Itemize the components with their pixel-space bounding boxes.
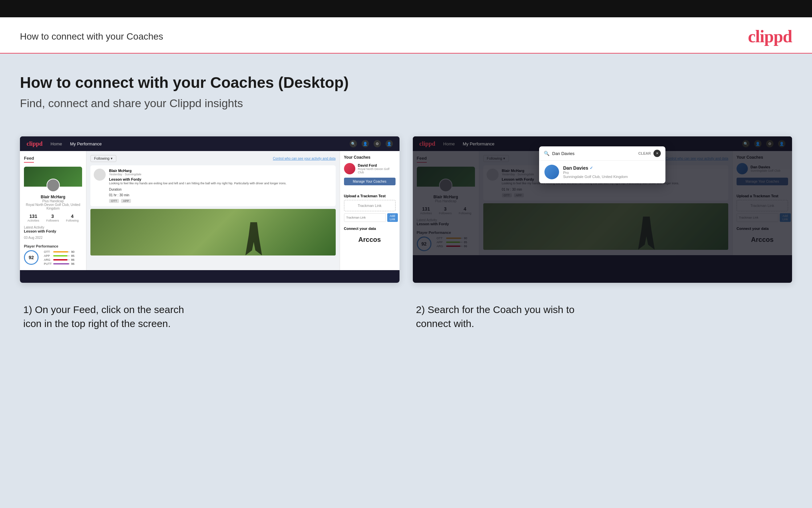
putt-bar: PUTT 96 [44, 262, 75, 265]
profile-location: Royal North Devon Golf Club, United King… [24, 203, 82, 210]
trackman-title: Upload a Trackman Test [344, 194, 395, 198]
coach-item: David Ford Royal North Devon Golf Club [344, 163, 395, 174]
result-avatar [544, 165, 559, 179]
main-title: How to connect with your Coaches (Deskto… [20, 74, 792, 91]
player-perf-title: Player Performance [24, 244, 82, 248]
manage-coaches-button[interactable]: Manage Your Coaches [344, 178, 395, 185]
stat-followers: 3 Followers [46, 214, 59, 222]
avatar [47, 179, 60, 192]
lesson-card: Blair McHarg Yesterday · Sunningdale Les… [90, 165, 336, 206]
activities-label: Activities [27, 219, 39, 222]
trackman-section: Upload a Trackman Test Trackman Link Add… [344, 194, 395, 222]
followers-label: Followers [46, 219, 59, 222]
perf-bars: OTT 90 APP 85 [44, 250, 75, 266]
app-screenshot-1: clippd Home My Performance 🔍 👤 ⚙ 👤 Feed [20, 136, 399, 283]
result-name: Dan Davies ✓ [563, 165, 627, 171]
tag-ott: OTT [109, 199, 119, 203]
caption-text-2: 2) Search for the Coach you wish toconne… [416, 303, 789, 331]
caption-row: 1) On your Feed, click on the searchicon… [20, 303, 792, 331]
duration-label: Duration [109, 187, 122, 191]
caption-1: 1) On your Feed, click on the searchicon… [20, 303, 399, 331]
right-panel-1: Your Coaches David Ford Royal North Devo… [340, 151, 399, 270]
profile-name: Blair McHarg [24, 195, 82, 199]
screenshot-1-card: clippd Home My Performance 🔍 👤 ⚙ 👤 Feed [20, 136, 399, 283]
control-link[interactable]: Control who can see your activity and da… [273, 157, 335, 160]
user-icon[interactable]: 👤 [362, 140, 369, 147]
search-result[interactable]: Dan Davies ✓ Pro Sunningdale Golf Club, … [539, 161, 665, 183]
coach-name-label: David Ford [358, 163, 395, 167]
trackman-input[interactable] [344, 213, 386, 222]
verified-icon: ✓ [590, 166, 593, 170]
nav-my-performance[interactable]: My Performance [70, 141, 102, 146]
lesson-info: Blair McHarg Yesterday · Sunningdale Les… [109, 169, 332, 203]
page-title: How to connect with your Coaches [20, 31, 163, 42]
trackman-input-row: Add Link [344, 213, 395, 222]
center-panel-1: Following ▾ Control who can see your act… [86, 151, 340, 270]
screenshot-2-card: clippd Home My Performance 🔍 👤 ⚙ 👤 🔍 Dan… [413, 136, 793, 283]
feed-tab[interactable]: Feed [24, 156, 34, 163]
lesson-meta: Yesterday · Sunningdale [109, 173, 332, 176]
profile-banner [24, 167, 82, 186]
nav-icons: 🔍 👤 ⚙ 👤 [350, 140, 393, 147]
clear-button[interactable]: CLEAR [638, 152, 651, 155]
tag-app: APP [121, 199, 131, 203]
latest-activity-label: Latest Activity [24, 225, 82, 229]
connect-title: Connect your data [344, 226, 395, 230]
duration-value: 01 hr : 30 min [109, 193, 332, 197]
search-overlay: 🔍 Dan Davies CLEAR × Dan Davies ✓ Pro [539, 146, 665, 183]
result-details: Dan Davies ✓ Pro Sunningdale Golf Club, … [563, 165, 627, 179]
coach-avatar [94, 169, 106, 181]
screenshots-row: clippd Home My Performance 🔍 👤 ⚙ 👤 Feed [20, 136, 792, 283]
result-club: Sunningdale Golf Club, United Kingdom [563, 175, 627, 179]
nav-home[interactable]: Home [51, 141, 62, 146]
activities-count: 131 [27, 214, 39, 219]
settings-icon[interactable]: ⚙ [374, 140, 381, 147]
app-logo: clippd [27, 140, 43, 147]
left-panel-1: Feed Blair McHarg Plus Handicap Royal No… [20, 151, 86, 270]
arg-bar: ARG 86 [44, 258, 75, 261]
main-content: How to connect with your Coaches (Deskto… [0, 53, 812, 508]
following-button[interactable]: Following ▾ [90, 155, 116, 162]
arccos-logo: Arccos [344, 232, 395, 247]
lesson-tags: OTT APP [109, 199, 332, 203]
golf-figure [245, 222, 262, 255]
add-link-button[interactable]: Add Link [387, 213, 398, 222]
stat-following: 4 Following [66, 214, 79, 222]
stat-activities: 131 Activities [27, 214, 39, 222]
app-body-1: Feed Blair McHarg Plus Handicap Royal No… [20, 151, 399, 270]
clippd-logo: clippd [748, 27, 792, 46]
following-label: Following [66, 219, 79, 222]
close-button[interactable]: × [654, 150, 661, 157]
caption-2: 2) Search for the Coach you wish toconne… [413, 303, 793, 331]
lesson-duration: Duration [109, 187, 332, 191]
connect-section: Connect your data Arccos [344, 226, 395, 247]
latest-activity-date: 03 Aug 2022 [24, 236, 82, 240]
avatar-icon[interactable]: 👤 [386, 140, 393, 147]
coach-club-label: Royal North Devon Golf Club [358, 167, 395, 174]
followers-count: 3 [46, 214, 59, 219]
caption-text-1: 1) On your Feed, click on the searchicon… [23, 303, 396, 331]
coach-details: David Ford Royal North Devon Golf Club [358, 163, 395, 174]
latest-activity-title: Lesson with Fordy [24, 229, 82, 233]
ott-bar: OTT 90 [44, 250, 75, 254]
performance-score: 92 [24, 250, 39, 265]
coach-name: Blair McHarg [109, 169, 332, 173]
search-query[interactable]: Dan Davies [552, 151, 635, 156]
app-nav-1: clippd Home My Performance 🔍 👤 ⚙ 👤 [20, 136, 399, 151]
following-count: 4 [66, 214, 79, 219]
trackman-box: Trackman Link [344, 200, 395, 211]
profile-handicap: Plus Handicap [24, 199, 82, 203]
search-bar: 🔍 Dan Davies CLEAR × [539, 146, 665, 161]
coaches-title: Your Coaches [344, 155, 395, 160]
coach-avatar-img [344, 163, 355, 174]
header: How to connect with your Coaches clippd [0, 17, 812, 53]
golf-image [90, 209, 336, 255]
top-bar [0, 0, 812, 17]
lesson-title: Lesson with Fordy [109, 177, 332, 181]
app-bar: APP 85 [44, 254, 75, 257]
search-icon[interactable]: 🔍 [350, 140, 357, 147]
following-bar: Following ▾ Control who can see your act… [90, 155, 336, 162]
profile-stats: 131 Activities 3 Followers 4 Following [24, 214, 82, 222]
main-subtitle: Find, connect and share your Clippd insi… [20, 97, 792, 110]
player-performance: Player Performance 92 OTT 90 [24, 244, 82, 266]
